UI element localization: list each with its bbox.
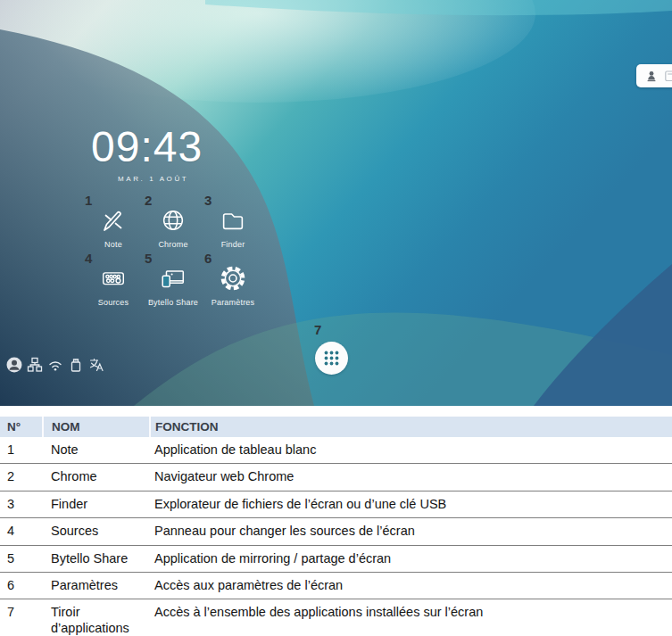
callout-number-5: 5 (145, 251, 152, 266)
cell-num: 6 (0, 572, 43, 599)
legend-table: N° NOM FONCTION 1 Note Application de ta… (0, 417, 672, 636)
app-label: Paramètres (203, 298, 262, 307)
cell-num: 3 (0, 491, 43, 517)
col-header-num: N° (0, 417, 43, 437)
app-drawer-button[interactable] (315, 342, 348, 375)
app-label: Finder (203, 240, 262, 249)
quick-panel[interactable] (636, 64, 672, 87)
cell-num: 1 (0, 437, 43, 464)
note-icon (98, 206, 129, 235)
app-drawer-grid-icon (323, 350, 340, 367)
callout-number-4: 4 (85, 251, 92, 266)
finder-icon (218, 206, 248, 235)
table-row: 6 Paramètres Accès aux paramètres de l’é… (0, 572, 672, 599)
cell-name: Tiroir d’applications (43, 599, 150, 636)
status-bar (6, 357, 104, 373)
bytello-share-icon (157, 264, 189, 293)
user-bust-icon (646, 70, 657, 82)
cell-name: Finder (43, 491, 150, 517)
cell-name: Paramètres (43, 572, 150, 599)
cell-function: Navigateur web Chrome (150, 464, 672, 491)
cell-num: 7 (0, 599, 43, 636)
app-note[interactable]: 1 Note (84, 206, 143, 249)
usb-drive-icon[interactable] (68, 357, 84, 373)
table-row: 5 Bytello Share Application de mirroring… (0, 545, 672, 572)
cell-function: Application de tableau blanc (150, 437, 672, 464)
clock-time: 09:43 (91, 126, 203, 169)
wifi-icon[interactable] (47, 357, 63, 373)
app-finder[interactable]: 3 Finder (203, 206, 262, 249)
sources-icon (97, 264, 129, 293)
chrome-icon (158, 206, 188, 235)
col-header-name: NOM (43, 417, 150, 437)
app-label: Chrome (144, 240, 203, 249)
table-header-row: N° NOM FONCTION (0, 417, 672, 437)
app-sources[interactable]: 4 Sources (84, 264, 143, 307)
manual-page: 09:43 MAR. 1 AOÛT 1 Note 2 (0, 0, 672, 636)
user-avatar-icon[interactable] (6, 357, 22, 373)
cell-name: Note (43, 437, 150, 464)
app-label: Bytello Share (144, 298, 203, 307)
ethernet-icon[interactable] (27, 357, 43, 373)
table-row: 1 Note Application de tableau blanc (0, 437, 672, 464)
callout-number-1: 1 (85, 193, 92, 208)
clock-date: MAR. 1 AOÛT (118, 175, 203, 183)
app-label: Sources (84, 298, 143, 307)
cell-function: Panneau pour changer les sources de l’éc… (150, 518, 672, 545)
language-icon[interactable] (88, 357, 104, 373)
callout-number-3: 3 (204, 193, 212, 208)
panel-window-icon (665, 70, 672, 82)
cell-num: 4 (0, 518, 43, 545)
cell-function: Explorateur de fichiers de l’écran ou d’… (150, 491, 672, 517)
callout-number-2: 2 (145, 193, 152, 208)
cell-name: Sources (43, 518, 150, 545)
cell-name: Chrome (43, 464, 150, 491)
callout-number-7: 7 (314, 322, 321, 337)
table-row: 4 Sources Panneau pour changer les sourc… (0, 518, 672, 545)
settings-gear-icon (218, 264, 248, 293)
table-row: 3 Finder Explorateur de fichiers de l’éc… (0, 491, 672, 517)
table-row: 2 Chrome Navigateur web Chrome (0, 464, 672, 491)
table-row: 7 Tiroir d’applications Accès à l’ensemb… (0, 599, 672, 636)
app-label: Note (84, 240, 143, 249)
cell-num: 2 (0, 464, 43, 491)
app-settings[interactable]: 6 Paramètres (203, 264, 262, 307)
cell-num: 5 (0, 545, 43, 572)
cell-function: Accès aux paramètres de l’écran (150, 572, 672, 599)
app-chrome[interactable]: 2 Chrome (144, 206, 203, 249)
clock: 09:43 MAR. 1 AOÛT (91, 126, 203, 183)
callout-number-6: 6 (204, 251, 212, 266)
cell-function: Application de mirroring / partage d’écr… (150, 545, 672, 572)
cell-name: Bytello Share (43, 545, 150, 572)
col-header-function: FONCTION (150, 417, 672, 437)
app-bytello-share[interactable]: 5 Bytello Share (144, 264, 203, 307)
launcher-screenshot: 09:43 MAR. 1 AOÛT 1 Note 2 (0, 0, 672, 406)
cell-function: Accès à l’ensemble des applications inst… (150, 599, 672, 636)
